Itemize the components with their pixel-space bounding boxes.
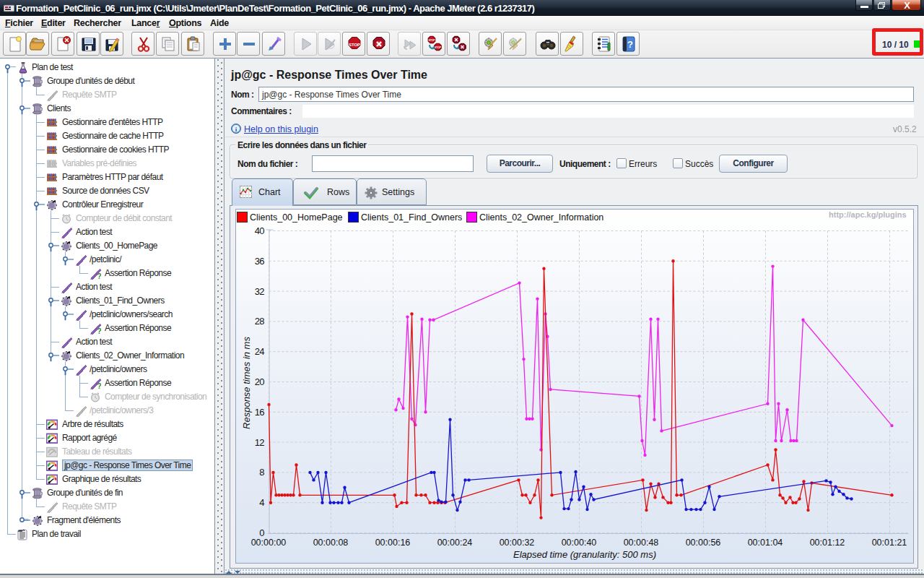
- svg-text:?: ?: [97, 272, 102, 280]
- svg-text:STOP: STOP: [428, 39, 435, 42]
- svg-text:STOP: STOP: [349, 43, 360, 47]
- svg-text:?: ?: [97, 327, 102, 335]
- svg-text:?: ?: [627, 39, 633, 50]
- svg-text:?: ?: [97, 382, 102, 389]
- svg-text:STOP: STOP: [435, 46, 442, 49]
